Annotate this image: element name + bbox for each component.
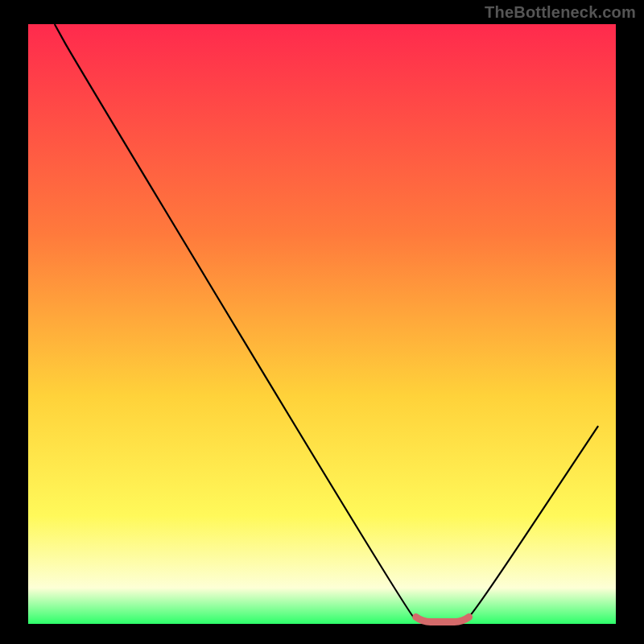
chart-container: TheBottleneck.com (0, 0, 644, 644)
bottleneck-chart (0, 0, 644, 644)
plot-area (28, 24, 616, 624)
watermark-text: TheBottleneck.com (485, 3, 636, 22)
